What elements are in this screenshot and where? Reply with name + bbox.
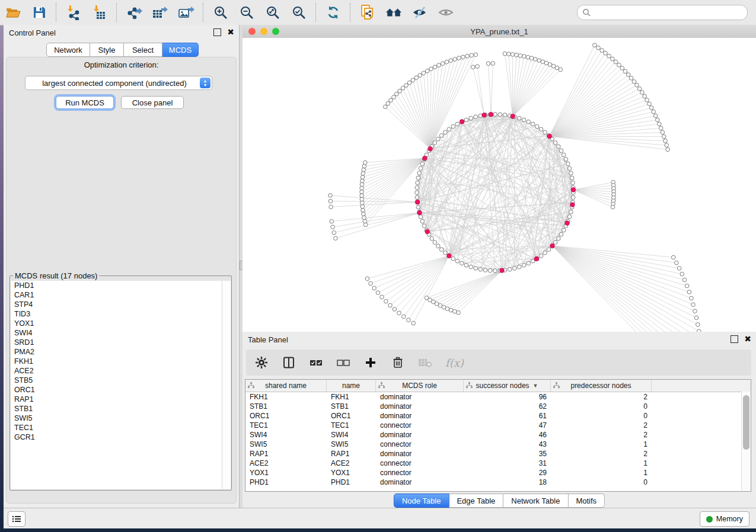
table-row[interactable]: SWI4SWI4dominator462: [245, 430, 751, 440]
table-body: FKH1FKH1dominator962STB1STB1dominator620…: [245, 392, 751, 487]
table-tab-network-table[interactable]: Network Table: [503, 493, 568, 508]
table-cell: connector: [376, 421, 464, 430]
table-cell: 1: [551, 459, 652, 467]
mcds-result-item[interactable]: RAP1: [11, 395, 231, 404]
table-tab-motifs[interactable]: Motifs: [568, 493, 605, 508]
mcds-result-item[interactable]: TEC1: [11, 423, 231, 432]
table-settings-gear-icon[interactable]: [254, 355, 269, 370]
export-image-icon[interactable]: [177, 4, 195, 21]
save-session-icon[interactable]: [30, 4, 48, 21]
toolbar-separator: [315, 3, 317, 22]
mcds-result-item[interactable]: STB5: [11, 376, 231, 385]
mcds-result-item[interactable]: PMA2: [11, 347, 231, 357]
table-cell: 2: [551, 450, 652, 458]
tab-style[interactable]: Style: [90, 43, 124, 57]
mcds-result-item[interactable]: STP4: [11, 300, 231, 309]
table-cell: connector: [376, 469, 464, 477]
mcds-result-item[interactable]: PHD1: [11, 281, 231, 290]
export-table-icon[interactable]: [151, 4, 169, 21]
table-cell: dominator: [376, 431, 464, 439]
column-header-successor-nodes[interactable]: successor nodes▼: [464, 380, 551, 392]
add-column-icon[interactable]: [363, 355, 378, 370]
refresh-view-icon[interactable]: [324, 4, 342, 21]
tab-select[interactable]: Select: [124, 43, 162, 57]
column-header-MCDS-role[interactable]: MCDS role: [376, 380, 464, 392]
select-all-icon[interactable]: [309, 355, 323, 370]
table-row[interactable]: FKH1FKH1dominator962: [245, 392, 751, 402]
network-view-canvas[interactable]: [243, 38, 756, 332]
mcds-result-item[interactable]: CAR1: [11, 290, 231, 300]
table-tab-node-table[interactable]: Node Table: [394, 493, 449, 508]
function-builder-icon: f(x): [445, 357, 464, 369]
network-window-title: YPA_prune.txt_1: [470, 27, 528, 36]
mcds-result-item[interactable]: FKH1: [11, 357, 231, 366]
network-window-titlebar[interactable]: YPA_prune.txt_1: [243, 25, 756, 39]
table-cell: dominator: [376, 402, 464, 411]
table-cell: 35: [464, 450, 551, 458]
table-row[interactable]: SWI5SWI5connector431: [245, 440, 751, 449]
show-columns-icon[interactable]: [282, 355, 296, 370]
delete-column-trash-icon[interactable]: [391, 355, 405, 370]
table-scrollbar[interactable]: [741, 392, 751, 491]
criterion-value: largest connected component (undirected): [25, 79, 200, 88]
mcds-result-item[interactable]: STB1: [11, 404, 231, 414]
close-table-panel-icon[interactable]: ✖: [744, 336, 751, 342]
mcds-result-item[interactable]: GCR1: [11, 432, 231, 442]
table-row[interactable]: TEC1TEC1connector472: [245, 421, 751, 430]
close-window-icon[interactable]: [248, 28, 256, 35]
column-header-name[interactable]: name: [327, 380, 376, 392]
table-row[interactable]: ORC1ORC1dominator610: [245, 411, 751, 421]
table-row[interactable]: RAP1RAP1dominator352: [245, 449, 751, 459]
table-cell: RAP1: [327, 450, 376, 458]
tab-mcds[interactable]: MCDS: [162, 43, 199, 57]
tab-network[interactable]: Network: [46, 43, 90, 57]
table-row[interactable]: PHD1PHD1dominator180: [245, 477, 751, 487]
deselect-all-icon[interactable]: [336, 355, 350, 370]
minimize-window-icon[interactable]: [260, 28, 267, 35]
toolbar-separator: [203, 3, 204, 22]
table-cell: TEC1: [327, 421, 376, 430]
memory-button[interactable]: Memory: [700, 511, 749, 527]
table-tab-edge-table[interactable]: Edge Table: [449, 493, 503, 508]
mcds-result-item[interactable]: SWI5: [11, 414, 231, 423]
table-cell: SWI5: [327, 440, 376, 448]
table-cell: 2: [551, 421, 652, 430]
table-row[interactable]: STB1STB1dominator620: [245, 402, 751, 411]
float-panel-icon[interactable]: [213, 28, 221, 36]
zoom-out-icon[interactable]: [238, 4, 256, 21]
open-file-icon[interactable]: [4, 4, 22, 21]
panel-list-button[interactable]: [8, 511, 25, 527]
column-header-predecessor-nodes[interactable]: predecessor nodes: [551, 380, 652, 392]
control-panel-header: Control Panel ✖: [4, 25, 239, 40]
mcds-result-item[interactable]: ORC1: [11, 385, 231, 395]
mcds-result-item[interactable]: SWI4: [11, 328, 231, 338]
import-network-icon[interactable]: [65, 4, 82, 21]
zoom-selected-icon[interactable]: [290, 4, 308, 21]
search-input[interactable]: [593, 7, 742, 18]
list-icon: [12, 515, 21, 523]
clone-network-icon[interactable]: [359, 4, 377, 21]
show-hidden-icon[interactable]: [437, 4, 455, 21]
column-header-shared-name[interactable]: shared name: [245, 380, 327, 392]
zoom-in-icon[interactable]: [212, 4, 229, 21]
hide-selected-icon[interactable]: [411, 4, 429, 21]
mcds-result-item[interactable]: ACE2: [11, 366, 231, 376]
export-network-icon[interactable]: [125, 4, 143, 21]
show-all-icon[interactable]: [385, 4, 403, 21]
close-panel-icon[interactable]: ✖: [227, 29, 234, 36]
import-table-icon[interactable]: [91, 4, 109, 21]
maximize-window-icon[interactable]: [272, 28, 279, 35]
table-scrollbar-thumb[interactable]: [743, 395, 749, 450]
run-mcds-button[interactable]: Run MCDS: [56, 96, 114, 109]
table-cell: ORC1: [327, 412, 376, 420]
table-row[interactable]: YOX1YOX1connector291: [245, 468, 751, 477]
table-row[interactable]: ACE2ACE2connector311: [245, 459, 751, 468]
mcds-result-item[interactable]: SRD1: [11, 338, 231, 347]
mcds-result-item[interactable]: TID3: [11, 309, 231, 319]
close-panel-button[interactable]: Close panel: [121, 96, 184, 109]
criterion-dropdown[interactable]: largest connected component (undirected)…: [25, 76, 212, 90]
mcds-result-item[interactable]: YOX1: [11, 319, 231, 328]
float-table-panel-icon[interactable]: [731, 335, 738, 343]
zoom-fit-icon[interactable]: [264, 4, 282, 21]
result-list-scrollbar[interactable]: [222, 281, 231, 489]
